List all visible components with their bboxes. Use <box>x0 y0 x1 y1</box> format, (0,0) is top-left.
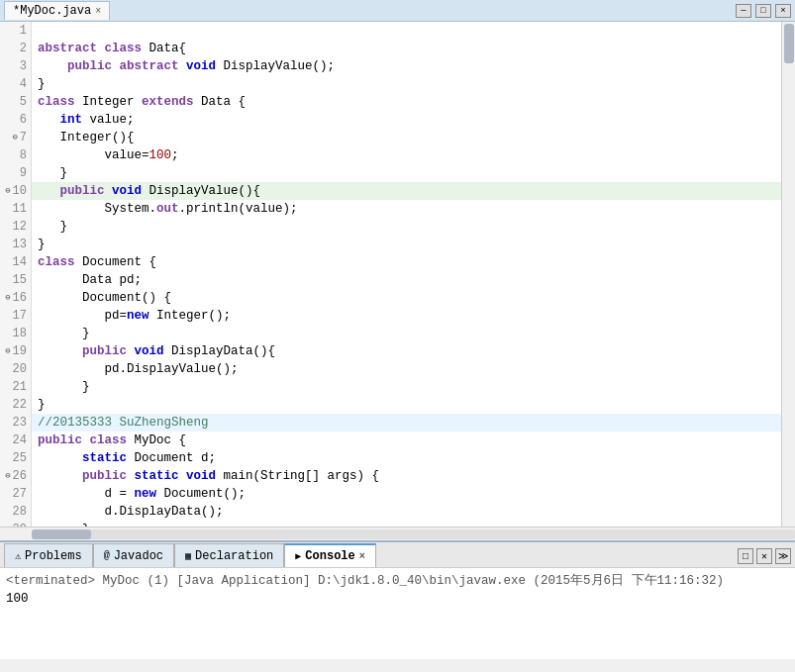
gutter-line-3: 3 <box>2 57 27 75</box>
maximize-button[interactable]: □ <box>755 4 771 18</box>
title-bar: *MyDoc.java × — □ × <box>0 0 795 22</box>
gutter-line-10: ⊖10 <box>2 182 27 200</box>
fold-icon-16[interactable]: ⊖ <box>5 289 10 307</box>
code-line-21: } <box>32 378 781 396</box>
code-line-16: Document() { <box>32 289 781 307</box>
gutter-line-18: 18 <box>2 325 27 342</box>
gutter-line-22: 22 <box>2 396 27 414</box>
scrollbar-h-track[interactable] <box>32 529 795 539</box>
tab-problems-label: Problems <box>25 549 82 563</box>
code-line-29: } <box>32 521 781 527</box>
fold-icon-7[interactable]: ⊖ <box>12 129 17 146</box>
gutter-line-20: 20 <box>2 360 27 378</box>
bottom-tab-bar: ⚠ Problems @ Javadoc ▦ Declaration ▶ Con… <box>0 540 795 567</box>
gutter-line-4: 4 <box>2 75 27 93</box>
gutter-line-17: 17 <box>2 307 27 325</box>
bottom-tabs-left: ⚠ Problems @ Javadoc ▦ Declaration ▶ Con… <box>4 543 376 567</box>
minimize-button[interactable]: — <box>736 4 751 18</box>
gutter-line-14: 14 <box>2 253 27 271</box>
code-line-28: d.DisplayData(); <box>32 503 781 521</box>
code-line-23: //20135333 SuZhengSheng <box>32 414 781 432</box>
tab-javadoc-label: Javadoc <box>114 549 163 563</box>
gutter-line-26: ⊖26 <box>2 467 27 485</box>
gutter-line-15: 15 <box>2 271 27 289</box>
tab-close-icon[interactable]: × <box>95 6 101 17</box>
tab-declaration-label: Declaration <box>195 549 273 563</box>
code-line-9: } <box>32 164 781 182</box>
fold-icon-19[interactable]: ⊖ <box>5 342 10 360</box>
gutter-line-12: 12 <box>2 218 27 236</box>
code-editor[interactable]: abstract class Data{ public abstract voi… <box>32 22 781 527</box>
code-line-1 <box>32 22 781 40</box>
editor-container: 1 2 3 4 5 6 ⊖7 8 9 ⊖10 11 12 13 14 15 ⊖1… <box>0 22 795 527</box>
problems-icon: ⚠ <box>15 550 21 562</box>
scrollbar-h-thumb[interactable] <box>32 529 91 539</box>
code-line-7: Integer(){ <box>32 129 781 146</box>
editor-tab[interactable]: *MyDoc.java × <box>4 1 110 20</box>
console-terminated-line: <terminated> MyDoc (1) [Java Application… <box>6 572 789 590</box>
gutter-line-16: ⊖16 <box>2 289 27 307</box>
gutter-line-13: 13 <box>2 236 27 253</box>
code-line-15: Data pd; <box>32 271 781 289</box>
code-line-12: } <box>32 218 781 236</box>
code-line-14: class Document { <box>32 253 781 271</box>
more-actions-button[interactable]: ≫ <box>775 548 791 564</box>
tab-javadoc[interactable]: @ Javadoc <box>93 543 174 567</box>
code-line-22: } <box>32 396 781 414</box>
gutter-line-25: 25 <box>2 449 27 467</box>
code-line-11: System.out.println(value); <box>32 200 781 218</box>
bottom-tab-actions: □ ✕ ≫ <box>738 548 791 567</box>
console-output: <terminated> MyDoc (1) [Java Application… <box>0 567 795 659</box>
tab-console-label: Console <box>305 549 354 563</box>
title-bar-controls: — □ × <box>736 4 791 18</box>
code-line-18: } <box>32 325 781 342</box>
code-line-3: public abstract void DisplayValue(); <box>32 57 781 75</box>
horizontal-scrollbar[interactable] <box>0 527 795 540</box>
console-icon: ▶ <box>295 550 301 562</box>
declaration-icon: ▦ <box>185 550 191 562</box>
code-line-27: d = new Document(); <box>32 485 781 503</box>
gutter-line-8: 8 <box>2 146 27 164</box>
code-line-8: value=100; <box>32 146 781 164</box>
console-output-line: 100 <box>6 590 789 608</box>
title-bar-left: *MyDoc.java × <box>4 1 110 20</box>
gutter-line-5: 5 <box>2 93 27 111</box>
gutter-line-21: 21 <box>2 378 27 396</box>
console-tab-close[interactable]: × <box>359 551 365 562</box>
tab-problems[interactable]: ⚠ Problems <box>4 543 93 567</box>
tab-console[interactable]: ▶ Console × <box>284 543 375 567</box>
gutter-line-2: 2 <box>2 40 27 57</box>
code-line-24: public class MyDoc { <box>32 432 781 449</box>
code-line-20: pd.DisplayValue(); <box>32 360 781 378</box>
scrollbar-thumb-v[interactable] <box>784 24 794 63</box>
gutter-line-1: 1 <box>2 22 27 40</box>
tab-declaration[interactable]: ▦ Declaration <box>174 543 284 567</box>
fold-icon-26[interactable]: ⊖ <box>5 467 10 485</box>
code-line-2: abstract class Data{ <box>32 40 781 57</box>
code-line-25: static Document d; <box>32 449 781 467</box>
gutter-line-6: 6 <box>2 111 27 129</box>
fold-icon-10[interactable]: ⊖ <box>5 182 10 200</box>
gutter-line-28: 28 <box>2 503 27 521</box>
minimize-panel-button[interactable]: □ <box>738 548 753 564</box>
line-number-gutter: 1 2 3 4 5 6 ⊖7 8 9 ⊖10 11 12 13 14 15 ⊖1… <box>0 22 32 527</box>
gutter-line-27: 27 <box>2 485 27 503</box>
gutter-line-23: 23 <box>2 414 27 432</box>
gutter-line-11: 11 <box>2 200 27 218</box>
close-button[interactable]: × <box>775 4 791 18</box>
gutter-line-19: ⊖19 <box>2 342 27 360</box>
gutter-line-24: 24 <box>2 432 27 449</box>
gutter-line-9: 9 <box>2 164 27 182</box>
vertical-scrollbar[interactable] <box>781 22 795 527</box>
code-line-6: int value; <box>32 111 781 129</box>
code-line-10: public void DisplayValue(){ <box>32 182 781 200</box>
javadoc-icon: @ <box>104 550 110 561</box>
tab-label: *MyDoc.java <box>13 4 91 18</box>
code-line-5: class Integer extends Data { <box>32 93 781 111</box>
gutter-line-7: ⊖7 <box>2 129 27 146</box>
close-panel-button[interactable]: ✕ <box>756 548 772 564</box>
code-line-17: pd=new Integer(); <box>32 307 781 325</box>
gutter-line-29: 29 <box>2 521 27 527</box>
code-line-26: public static void main(String[] args) { <box>32 467 781 485</box>
code-line-19: public void DisplayData(){ <box>32 342 781 360</box>
